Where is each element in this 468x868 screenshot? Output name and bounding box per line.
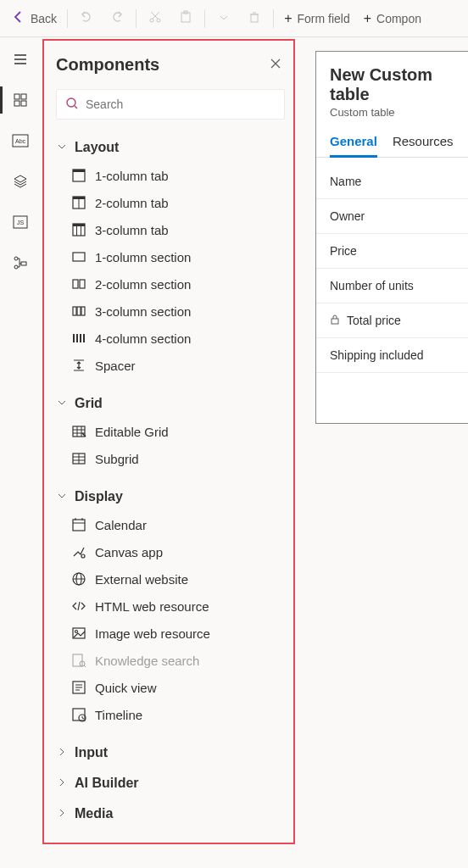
undo-button[interactable]	[73, 5, 100, 32]
component-item[interactable]: Spacer	[68, 352, 285, 379]
back-button[interactable]: Back	[7, 5, 62, 32]
component-item[interactable]: 1-column section	[68, 243, 285, 270]
components-panel: Components Layout1-column tab2-column ta…	[42, 39, 295, 844]
component-item-label: 4-column section	[95, 331, 191, 346]
component-item[interactable]: Editable Grid	[68, 418, 285, 445]
svg-rect-57	[73, 654, 82, 666]
form-field[interactable]: Total price	[316, 303, 468, 338]
dropdown-button[interactable]	[210, 5, 237, 32]
globe-icon	[71, 571, 86, 587]
form-field[interactable]: Price	[316, 234, 468, 269]
js-nav-icon[interactable]: JS	[10, 212, 31, 232]
tab-general[interactable]: General	[330, 129, 377, 157]
cut-button[interactable]	[142, 5, 169, 32]
category-header[interactable]: Layout	[56, 135, 285, 160]
separator	[136, 9, 136, 28]
category-label: Input	[75, 745, 108, 760]
delete-button[interactable]	[241, 5, 268, 32]
form-fields: NameOwnerPriceNumber of unitsTotal price…	[316, 158, 468, 380]
component-item: Knowledge search	[68, 647, 285, 674]
svg-rect-7	[14, 101, 20, 106]
category-label: Media	[75, 806, 113, 821]
tab2-icon	[71, 195, 86, 210]
svg-rect-8	[21, 101, 26, 106]
component-item-label: 2-column section	[95, 277, 191, 292]
svg-rect-38	[73, 426, 85, 437]
form-field[interactable]: Name	[316, 164, 468, 199]
svg-point-56	[75, 631, 78, 633]
component-item[interactable]: Timeline	[68, 701, 285, 728]
category-header[interactable]: Media	[56, 801, 285, 826]
abc-nav-icon[interactable]: Abc	[10, 131, 31, 151]
paste-icon	[179, 10, 192, 26]
close-icon[interactable]	[266, 53, 285, 77]
paste-button[interactable]	[172, 5, 199, 32]
components-nav-icon[interactable]	[10, 90, 31, 110]
chevron-down-icon	[58, 398, 68, 409]
form-field-button[interactable]: + Form field	[279, 5, 355, 32]
plus-icon: +	[364, 11, 371, 26]
egrid-icon	[71, 424, 86, 439]
field-label: Shipping included	[330, 348, 424, 362]
component-item-label: 1-column section	[95, 250, 191, 264]
field-label: Total price	[347, 314, 401, 327]
svg-rect-23	[73, 224, 85, 226]
form-preview-area: New Custom table Custom table GeneralRes…	[295, 37, 468, 868]
svg-point-13	[14, 257, 18, 260]
category-header[interactable]: Display	[56, 484, 285, 509]
component-button[interactable]: + Compon	[359, 5, 426, 32]
category-label: Layout	[75, 140, 119, 155]
panel-header: Components	[56, 53, 285, 77]
category-items: CalendarCanvas appExternal websiteHTML w…	[56, 509, 285, 735]
component-item[interactable]: Quick view	[68, 674, 285, 701]
svg-rect-5	[14, 94, 20, 99]
tree-nav-icon[interactable]	[10, 253, 31, 273]
separator	[67, 9, 68, 28]
chevron-right-icon	[58, 809, 68, 819]
chevron-right-icon	[58, 748, 68, 758]
component-item[interactable]: Calendar	[68, 511, 285, 538]
svg-point-15	[14, 265, 18, 269]
svg-line-59	[84, 665, 86, 667]
svg-point-16	[67, 98, 75, 107]
form-field[interactable]: Number of units	[316, 269, 468, 303]
component-item[interactable]: 3-column tab	[68, 216, 285, 243]
component-item[interactable]: Canvas app	[68, 538, 285, 565]
search-input[interactable]	[86, 97, 276, 111]
chevron-right-icon	[58, 778, 68, 788]
form-subtitle: Custom table	[316, 106, 468, 129]
category-header[interactable]: Grid	[56, 391, 285, 416]
category-header[interactable]: Input	[56, 740, 285, 765]
field-label: Owner	[330, 209, 365, 223]
component-item[interactable]: HTML web resource	[68, 593, 285, 620]
svg-rect-66	[332, 319, 338, 324]
tab-resources[interactable]: Resources	[393, 129, 454, 157]
hamburger-icon[interactable]	[10, 49, 31, 70]
component-item-label: 3-column tab	[95, 223, 169, 237]
svg-text:JS: JS	[17, 220, 25, 225]
component-item-label: Subgrid	[95, 452, 139, 466]
component-item[interactable]: Image web resource	[68, 620, 285, 647]
layers-nav-icon[interactable]	[10, 171, 31, 192]
form-card: New Custom table Custom table GeneralRes…	[315, 51, 468, 424]
component-item-label: 2-column tab	[95, 196, 169, 210]
component-item[interactable]: 3-column section	[68, 298, 285, 325]
component-item[interactable]: 4-column section	[68, 325, 285, 352]
svg-rect-27	[73, 280, 78, 288]
svg-rect-30	[77, 307, 81, 315]
search-box[interactable]	[56, 89, 285, 120]
component-item[interactable]: 2-column section	[68, 270, 285, 298]
component-item[interactable]: Subgrid	[68, 445, 285, 472]
img-icon	[71, 626, 86, 641]
canvas-icon	[71, 544, 86, 559]
svg-rect-29	[73, 307, 76, 315]
component-item-label: Quick view	[95, 681, 157, 695]
redo-button[interactable]	[103, 5, 131, 32]
component-item[interactable]: 2-column tab	[68, 189, 285, 216]
component-item[interactable]: 1-column tab	[68, 162, 285, 189]
svg-rect-28	[80, 280, 85, 288]
form-field[interactable]: Owner	[316, 199, 468, 234]
component-item[interactable]: External website	[68, 565, 285, 593]
category-header[interactable]: AI Builder	[56, 771, 285, 796]
form-field[interactable]: Shipping included	[316, 338, 468, 373]
